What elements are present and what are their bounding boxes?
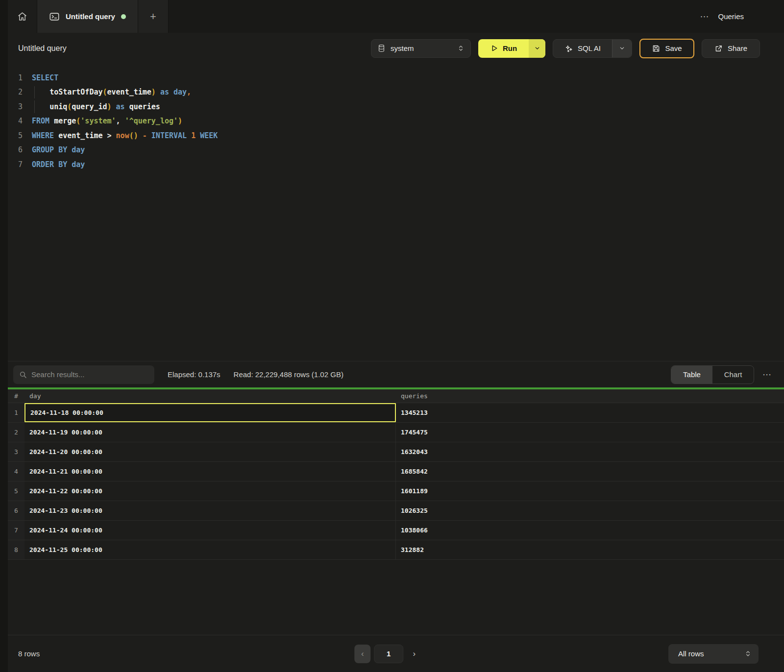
row-number: 3 (8, 442, 24, 461)
results-table-body: 12024-11-18 00:00:00134521322024-11-19 0… (0, 403, 784, 560)
tab-table[interactable]: Table (671, 366, 712, 384)
prev-page-button[interactable]: ‹ (354, 645, 370, 663)
cell-day[interactable]: 2024-11-22 00:00:00 (24, 481, 396, 501)
line-number: 2 (8, 88, 23, 96)
table-row: 62024-11-23 00:00:001026325 (0, 501, 784, 521)
view-toggle: Table Chart (671, 365, 754, 384)
save-button[interactable]: Save (639, 39, 694, 58)
code-line[interactable]: 3 uniq(query_id) as queries (8, 99, 784, 114)
current-page[interactable]: 1 (374, 645, 403, 663)
topbar-overflow-icon[interactable]: ⋯ (700, 11, 709, 22)
column-header-queries[interactable]: queries (396, 392, 784, 400)
cell-day[interactable]: 2024-11-18 00:00:00 (24, 403, 396, 422)
line-number: 7 (8, 160, 23, 169)
sql-ai-button[interactable]: SQL AI (553, 40, 612, 57)
code-line[interactable]: 2 toStartOfDay(event_time) as day, (8, 85, 784, 100)
line-number: 6 (8, 145, 23, 154)
code-text: GROUP BY day (32, 145, 85, 154)
cell-day[interactable]: 2024-11-25 00:00:00 (24, 540, 396, 559)
elapsed-stat: Elapsed: 0.137s (168, 370, 220, 379)
run-options-button[interactable] (529, 39, 545, 58)
search-results-input[interactable] (31, 370, 148, 379)
code-text: ORDER BY day (32, 160, 85, 169)
unsaved-indicator-dot (121, 14, 126, 19)
sql-ai-options-button[interactable] (612, 40, 632, 57)
cell-queries[interactable]: 1601189 (396, 481, 784, 501)
tab-label: Untitled query (66, 12, 115, 21)
cell-queries[interactable]: 1026325 (396, 501, 784, 520)
run-button[interactable]: Run (478, 39, 529, 58)
code-line[interactable]: 5WHERE event_time > now() - INTERVAL 1 W… (8, 128, 784, 143)
table-row: 32024-11-20 00:00:001632043 (0, 442, 784, 462)
home-button[interactable] (8, 0, 37, 33)
code-text: FROM merge('system', '^query_log') (32, 117, 182, 125)
row-number: 4 (8, 462, 24, 481)
row-number: 2 (8, 423, 24, 442)
cell-queries[interactable]: 1038066 (396, 521, 784, 540)
row-number: 5 (8, 481, 24, 501)
save-icon (652, 44, 661, 53)
row-count: 8 rows (18, 649, 40, 658)
sql-ai-label: SQL AI (578, 44, 601, 52)
cell-day[interactable]: 2024-11-20 00:00:00 (24, 442, 396, 461)
tab-untitled-query[interactable]: Untitled query (37, 0, 138, 33)
new-tab-button[interactable]: + (138, 0, 169, 33)
code-text: WHERE event_time > now() - INTERVAL 1 WE… (32, 131, 218, 140)
pagination: ‹ 1 › (354, 645, 421, 663)
play-icon (490, 44, 498, 52)
chevron-down-icon (619, 45, 625, 51)
page-title: Untitled query (18, 44, 67, 53)
table-row: 22024-11-19 00:00:001745475 (0, 423, 784, 442)
cell-day[interactable]: 2024-11-24 00:00:00 (24, 521, 396, 540)
tab-bar: Untitled query + ⋯ Queries (0, 0, 784, 33)
results-toolbar: Elapsed: 0.137s Read: 22,229,488 rows (1… (0, 361, 784, 387)
cell-day[interactable]: 2024-11-19 00:00:00 (24, 423, 396, 442)
table-row: 72024-11-24 00:00:001038066 (0, 521, 784, 540)
next-page-button[interactable]: › (407, 645, 421, 663)
run-label: Run (503, 44, 517, 52)
left-rail (0, 0, 8, 672)
code-line[interactable]: 7ORDER BY day (8, 157, 784, 172)
results-empty-area (0, 560, 784, 635)
run-button-group: Run (478, 39, 545, 58)
database-select-value: system (391, 44, 414, 52)
results-overflow-icon[interactable]: ⋯ (762, 369, 772, 380)
cell-queries[interactable]: 1685842 (396, 462, 784, 481)
read-stat: Read: 22,229,488 rows (1.02 GB) (234, 370, 343, 379)
sparkles-icon (564, 44, 573, 53)
queries-link[interactable]: Queries (718, 12, 744, 21)
line-number: 5 (8, 131, 23, 140)
line-number: 1 (8, 73, 23, 82)
database-select[interactable]: system (371, 39, 471, 58)
cell-queries[interactable]: 1632043 (396, 442, 784, 461)
table-row: 52024-11-22 00:00:001601189 (0, 481, 784, 501)
plus-icon: + (150, 10, 156, 23)
search-results-box[interactable] (13, 365, 154, 384)
row-number: 7 (8, 521, 24, 540)
code-line[interactable]: 4FROM merge('system', '^query_log') (8, 114, 784, 129)
row-number: 8 (8, 540, 24, 559)
share-label: Share (728, 44, 747, 52)
code-text: toStartOfDay(event_time) as day, (32, 88, 191, 96)
cell-day[interactable]: 2024-11-21 00:00:00 (24, 462, 396, 481)
table-row: 12024-11-18 00:00:001345213 (0, 403, 784, 423)
sql-editor[interactable]: 1SELECT2 toStartOfDay(event_time) as day… (0, 64, 784, 361)
page-size-select[interactable]: All rows (668, 644, 759, 664)
updown-chevron-icon (457, 45, 465, 52)
chevron-down-icon (534, 45, 540, 51)
tab-chart[interactable]: Chart (712, 366, 754, 384)
line-number: 3 (8, 102, 23, 111)
cell-day[interactable]: 2024-11-23 00:00:00 (24, 501, 396, 520)
cell-queries[interactable]: 312882 (396, 540, 784, 559)
cell-queries[interactable]: 1745475 (396, 423, 784, 442)
results-table-header: # day queries (0, 389, 784, 403)
code-line[interactable]: 6GROUP BY day (8, 143, 784, 158)
share-button[interactable]: Share (702, 39, 760, 58)
results-footer: 8 rows ‹ 1 › All rows (0, 635, 784, 672)
code-text: SELECT (32, 73, 58, 82)
cell-queries[interactable]: 1345213 (396, 403, 784, 422)
code-line[interactable]: 1SELECT (8, 71, 784, 85)
column-header-index[interactable]: # (8, 392, 24, 400)
line-number: 4 (8, 117, 23, 125)
column-header-day[interactable]: day (24, 392, 396, 400)
